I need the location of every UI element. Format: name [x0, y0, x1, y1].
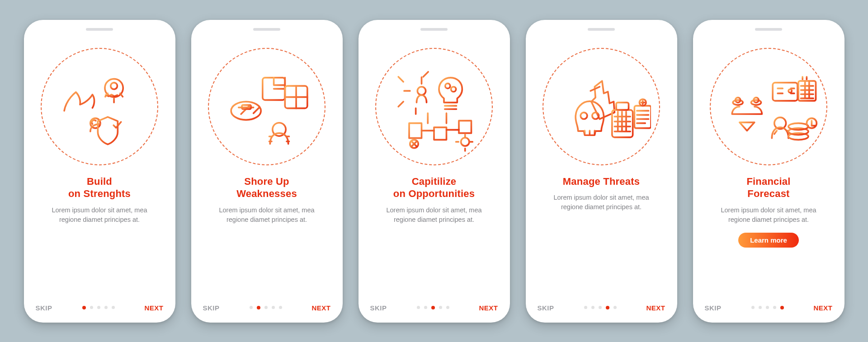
- screen-description: Lorem ipsum dolor sit amet, mea regione …: [41, 206, 158, 225]
- pagination-dot: [780, 306, 784, 309]
- onboarding-screen-4: Manage ThreatsLorem ipsum dolor sit amet…: [526, 20, 677, 323]
- screen-title: FinancialForecast: [746, 175, 790, 200]
- pagination-dot: [584, 306, 587, 309]
- pagination-dot: [613, 306, 617, 309]
- pagination-dots: [584, 306, 617, 309]
- onboarding-footer: SKIPNEXT: [203, 304, 331, 312]
- screen-description: Lorem ipsum dolor sit amet, mea regione …: [710, 206, 827, 225]
- next-button[interactable]: NEXT: [813, 304, 832, 312]
- forecast-illustration: [710, 48, 827, 165]
- pagination-dot: [431, 306, 435, 309]
- pagination-dot: [90, 306, 93, 309]
- pagination-dot: [272, 306, 275, 309]
- skip-button[interactable]: SKIP: [370, 304, 387, 312]
- pagination-dot: [257, 306, 260, 309]
- strengths-illustration: [41, 48, 158, 165]
- screen-title: Capitilizeon Opportunities: [393, 175, 475, 200]
- svg-point-24: [788, 89, 792, 92]
- screen-description: Lorem ipsum dolor sit amet, mea regione …: [542, 193, 660, 212]
- pagination-dot: [250, 306, 253, 309]
- pagination-dot: [279, 306, 282, 309]
- onboarding-screen-2: Shore UpWeaknessesLorem ipsum dolor sit …: [191, 20, 343, 323]
- screen-title: Shore UpWeaknesses: [236, 175, 297, 200]
- pagination-dots: [751, 306, 784, 309]
- pagination-dot: [446, 306, 449, 309]
- pagination-dot: [112, 306, 115, 309]
- learn-more-button[interactable]: Learn more: [738, 233, 799, 248]
- screen-description: Lorem ipsum dolor sit amet, mea regione …: [375, 206, 493, 225]
- svg-point-11: [461, 137, 469, 145]
- pagination-dot: [591, 306, 594, 309]
- svg-point-13: [580, 112, 587, 119]
- svg-point-1: [111, 82, 118, 89]
- pagination-dot: [424, 306, 427, 309]
- onboarding-screen-3: Capitilizeon OpportunitiesLorem ipsum do…: [359, 20, 510, 323]
- pagination-dot: [751, 306, 755, 309]
- pagination-dots: [250, 306, 282, 309]
- screen-title: Buildon Strenghts: [68, 175, 131, 200]
- pagination-dot: [104, 306, 108, 309]
- pagination-dot: [439, 306, 442, 309]
- opportunities-illustration: [375, 48, 493, 165]
- skip-button[interactable]: SKIP: [36, 304, 52, 312]
- svg-rect-16: [616, 102, 629, 110]
- weaknesses-illustration: [208, 48, 326, 165]
- pagination-dot: [766, 306, 769, 309]
- pagination-dot: [417, 306, 420, 309]
- pagination-dots: [82, 306, 115, 309]
- next-button[interactable]: NEXT: [311, 304, 330, 312]
- screen-description: Lorem ipsum dolor sit amet, mea regione …: [208, 206, 326, 225]
- next-button[interactable]: NEXT: [646, 304, 665, 312]
- svg-rect-23: [773, 82, 797, 100]
- onboarding-screen-5: FinancialForecastLorem ipsum dolor sit a…: [693, 20, 844, 323]
- screen-title: Manage Threats: [563, 175, 640, 188]
- pagination-dots: [417, 306, 449, 309]
- pagination-dot: [82, 306, 86, 309]
- onboarding-footer: SKIPNEXT: [370, 304, 498, 312]
- skip-button[interactable]: SKIP: [538, 304, 554, 312]
- pagination-dot: [759, 306, 762, 309]
- pagination-dot: [773, 306, 776, 309]
- svg-point-9: [445, 83, 450, 88]
- pagination-dot: [606, 306, 609, 309]
- pagination-dot: [599, 306, 602, 309]
- next-button[interactable]: NEXT: [479, 304, 498, 312]
- onboarding-screen-1: Buildon StrenghtsLorem ipsum dolor sit a…: [24, 20, 175, 323]
- skip-button[interactable]: SKIP: [705, 304, 722, 312]
- onboarding-footer: SKIPNEXT: [705, 304, 833, 312]
- skip-button[interactable]: SKIP: [203, 304, 220, 312]
- pagination-dot: [264, 306, 268, 309]
- next-button[interactable]: NEXT: [144, 304, 163, 312]
- svg-point-10: [451, 87, 456, 92]
- onboarding-footer: SKIPNEXT: [538, 304, 665, 312]
- svg-rect-17: [634, 106, 651, 128]
- svg-point-8: [417, 87, 425, 95]
- onboarding-footer: SKIPNEXT: [36, 304, 164, 312]
- pagination-dot: [97, 306, 100, 309]
- threats-illustration: [542, 48, 660, 165]
- phone-mockup-row: Buildon StrenghtsLorem ipsum dolor sit a…: [15, 11, 854, 332]
